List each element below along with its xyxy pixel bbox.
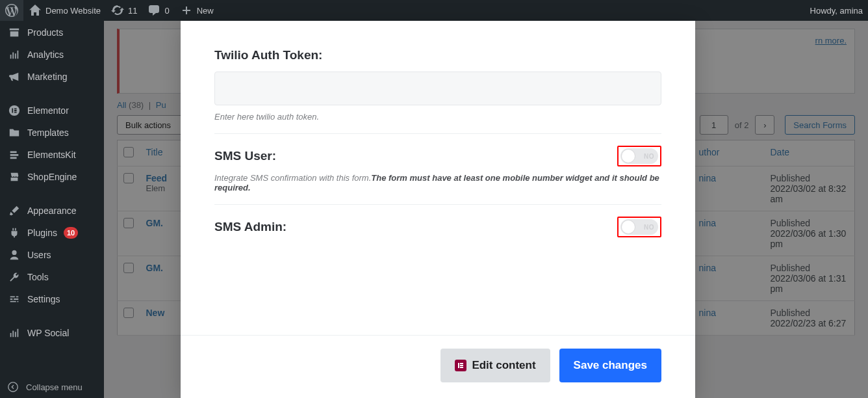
sidebar-item-users[interactable]: Users bbox=[0, 244, 104, 266]
sidebar-item-label: Analytics bbox=[27, 49, 64, 60]
sms-user-toggle[interactable]: NO bbox=[620, 148, 658, 164]
sidebar-item-products[interactable]: Products bbox=[0, 21, 104, 44]
modal-footer: Edit content Save changes bbox=[181, 335, 695, 398]
edit-content-label: Edit content bbox=[472, 359, 535, 372]
auth-token-hint: Enter here twilio auth token. bbox=[214, 112, 661, 122]
sidebar-item-label: Plugins bbox=[27, 228, 57, 238]
sms-admin-toggle-highlight: NO bbox=[617, 217, 661, 237]
site-name[interactable]: Demo Website bbox=[23, 0, 106, 21]
plus-icon bbox=[180, 4, 193, 17]
megaphone-icon bbox=[8, 70, 21, 83]
user-icon bbox=[8, 248, 21, 261]
bars-icon bbox=[8, 48, 21, 61]
sidebar-item-appearance[interactable]: Appearance bbox=[0, 200, 104, 222]
sidebar-item-label: Products bbox=[27, 27, 63, 38]
sidebar-item-label: Users bbox=[27, 250, 51, 260]
plug-icon bbox=[8, 226, 21, 239]
sms-admin-toggle[interactable]: NO bbox=[620, 219, 658, 235]
edit-content-button[interactable]: Edit content bbox=[440, 349, 550, 382]
archive-icon bbox=[8, 26, 21, 39]
sidebar-item-label: Settings bbox=[27, 294, 60, 304]
sliders-icon bbox=[8, 293, 21, 306]
save-changes-button[interactable]: Save changes bbox=[559, 349, 661, 382]
field-sms-user: SMS User: NO Integrate SMS confirmation … bbox=[214, 134, 661, 205]
wp-logo[interactable] bbox=[0, 0, 23, 21]
sidebar-item-label: Templates bbox=[27, 127, 69, 138]
field-sms-admin: SMS Admin: NO bbox=[214, 205, 661, 249]
comment-icon bbox=[147, 4, 160, 17]
auth-token-input[interactable] bbox=[214, 72, 661, 105]
sms-user-label: SMS User: bbox=[214, 149, 276, 163]
elementor-icon bbox=[455, 360, 466, 371]
sidebar-item-elementskit[interactable]: ElementsKit bbox=[0, 144, 104, 166]
sms-user-hint: Integrate SMS confirmation with this for… bbox=[214, 173, 661, 192]
save-changes-label: Save changes bbox=[574, 359, 647, 372]
site-name-label: Demo Website bbox=[45, 6, 101, 16]
field-auth-token: Twilio Auth Token: Enter here twilio aut… bbox=[214, 36, 661, 134]
folder-icon bbox=[8, 126, 21, 139]
sidebar-item-label: ShopEngine bbox=[27, 172, 77, 182]
sidebar-item-settings[interactable]: Settings bbox=[0, 288, 104, 310]
sidebar-item-label: WP Social bbox=[27, 328, 69, 338]
chart-icon bbox=[8, 326, 21, 339]
sidebar-item-analytics[interactable]: Analytics bbox=[0, 44, 104, 66]
plugins-badge: 10 bbox=[64, 227, 78, 239]
sidebar-item-tools[interactable]: Tools bbox=[0, 266, 104, 288]
sidebar-item-plugins[interactable]: Plugins 10 bbox=[0, 222, 104, 244]
sidebar-item-label: Elementor bbox=[27, 105, 69, 116]
brush-icon bbox=[8, 204, 21, 217]
sidebar-item-label: Marketing bbox=[27, 72, 67, 82]
sidebar-item-marketing[interactable]: Marketing bbox=[0, 66, 104, 88]
sidebar-item-label: Tools bbox=[27, 272, 49, 282]
elementor-icon bbox=[8, 104, 21, 117]
sidebar-item-label: Appearance bbox=[27, 206, 77, 216]
ekit-icon bbox=[8, 148, 21, 161]
sidebar-item-elementor[interactable]: Elementor bbox=[0, 100, 104, 122]
new-content[interactable]: New bbox=[175, 0, 219, 21]
wordpress-icon bbox=[5, 4, 18, 17]
auth-token-label: Twilio Auth Token: bbox=[214, 48, 661, 62]
sidebar-item-shopengine[interactable]: ShopEngine bbox=[0, 166, 104, 188]
shopengine-icon bbox=[8, 170, 21, 183]
form-settings-modal: Twilio Auth Token: Enter here twilio aut… bbox=[181, 21, 695, 398]
collapse-label: Collapse menu bbox=[26, 382, 83, 392]
svg-point-1 bbox=[8, 382, 18, 391]
admin-bar: Demo Website 11 0 New Howdy, amina bbox=[0, 0, 868, 21]
home-icon bbox=[29, 4, 42, 17]
refresh-icon bbox=[111, 4, 124, 17]
updates-count: 11 bbox=[128, 6, 137, 16]
collapse-menu[interactable]: Collapse menu bbox=[0, 376, 104, 398]
sidebar-item-templates[interactable]: Templates bbox=[0, 122, 104, 144]
sidebar-item-wpsocial[interactable]: WP Social bbox=[0, 322, 104, 344]
wrench-icon bbox=[8, 271, 21, 284]
howdy-label: Howdy, amina bbox=[810, 6, 863, 16]
collapse-icon bbox=[6, 380, 19, 393]
sidebar-item-label: ElementsKit bbox=[27, 150, 76, 160]
comments-count: 0 bbox=[164, 6, 169, 16]
sms-user-toggle-highlight: NO bbox=[617, 146, 661, 166]
updates[interactable]: 11 bbox=[106, 0, 142, 21]
new-label: New bbox=[197, 6, 214, 16]
sms-admin-label: SMS Admin: bbox=[214, 220, 287, 234]
comments[interactable]: 0 bbox=[142, 0, 174, 21]
my-account[interactable]: Howdy, amina bbox=[805, 0, 868, 21]
admin-sidebar: Products Analytics Marketing Elementor T… bbox=[0, 21, 104, 398]
